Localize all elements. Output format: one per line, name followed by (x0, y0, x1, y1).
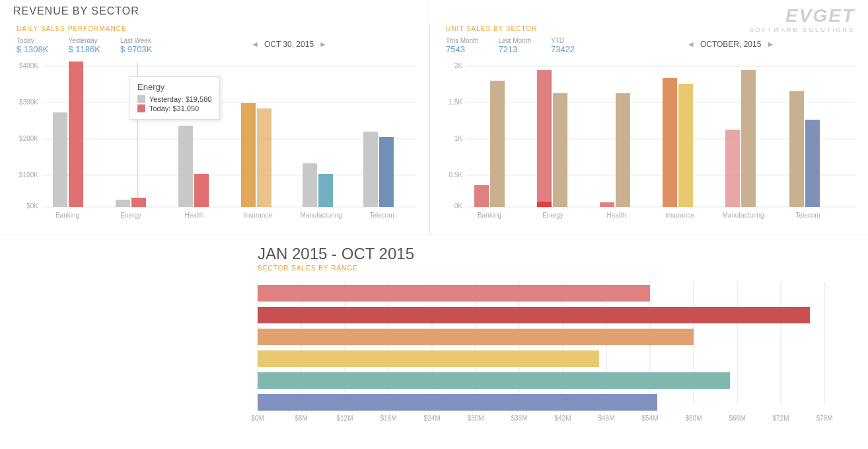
bar-telecom-today (379, 137, 394, 207)
left-date-text: OCT 30, 2015 (264, 40, 314, 49)
svg-text:Energy: Energy (542, 212, 563, 219)
right-bar-insurance-lastmonth (678, 84, 693, 207)
svg-text:$400K: $400K (19, 62, 38, 69)
left-date-prev[interactable]: ◄ (251, 40, 259, 49)
left-date-nav[interactable]: ◄ OCT 30, 2015 ► (251, 40, 327, 49)
bar-health-today (194, 174, 209, 207)
range-bar-6 (258, 394, 657, 411)
svg-text:$78M: $78M (816, 415, 832, 422)
svg-text:Insurance: Insurance (243, 212, 272, 219)
svg-text:$72M: $72M (772, 415, 789, 422)
section-divider (0, 235, 868, 235)
stat-yesterday-value: $ 1186K (68, 44, 100, 54)
tooltip-yesterday-swatch (137, 95, 145, 103)
right-bar-manufacturing-lastmonth (741, 70, 756, 207)
right-panel-subtitle: UNIT SALES BY SECTOR (446, 25, 537, 32)
stat-thismonth-label: This Month (446, 37, 478, 44)
right-bar-energy-thismonth (537, 70, 552, 207)
right-bar-energy-lastmonth (553, 93, 567, 207)
tooltip: Energy Yesterday: $19,580 Today: $31,050 (129, 76, 220, 120)
tooltip-today: Today: $31,050 (137, 104, 211, 112)
svg-text:$66M: $66M (729, 415, 745, 422)
bar-banking-today (69, 61, 83, 207)
tooltip-today-swatch (137, 104, 145, 112)
right-bar-chart: 2K 1.5K 1K 0.5K 0K (439, 56, 865, 222)
range-bar-5 (258, 372, 730, 389)
stat-lastmonth: Last Month 7213 (498, 37, 530, 54)
stat-lastweek-value: $ 9703K (120, 44, 152, 54)
svg-text:Telecom: Telecom (795, 212, 820, 219)
stat-lastweek: Last Week $ 9703K (120, 37, 152, 54)
stat-ytd-value: 73422 (551, 44, 575, 54)
right-bar-banking-lastmonth (490, 81, 505, 207)
stat-thismonth: This Month 7543 (446, 37, 478, 54)
range-area: JAN 2015 - OCT 2015 SECTOR SALES BY RANG… (244, 235, 868, 449)
svg-text:$0K: $0K (26, 202, 38, 210)
tooltip-title: Energy (137, 82, 211, 92)
stat-today-label: Today (17, 37, 48, 44)
stat-today-value: $ 1308K (17, 44, 48, 54)
range-bar-2 (258, 307, 810, 323)
left-panel: DAILY SALES PERFORMANCE Today $ 1308K Ye… (0, 0, 429, 235)
stat-yesterday: Yesterday $ 1186K (68, 37, 100, 54)
left-date-next[interactable]: ► (319, 40, 327, 49)
svg-text:Health: Health (185, 212, 204, 219)
svg-text:$300K: $300K (19, 99, 38, 106)
bar-insurance-yesterday (241, 103, 256, 207)
svg-text:$6M: $6M (295, 415, 307, 422)
svg-text:$200K: $200K (19, 135, 38, 142)
stat-lastweek-label: Last Week (120, 37, 152, 44)
tooltip-today-value: Today: $31,050 (149, 104, 199, 112)
stat-thismonth-value: 7543 (446, 44, 478, 54)
svg-text:Energy: Energy (120, 212, 141, 219)
range-bar-chart: $0M $6M $12M $18M $24M $30M $36M $42M $4… (258, 282, 852, 427)
svg-text:$60M: $60M (685, 415, 702, 422)
vertical-divider (429, 23, 430, 235)
svg-text:$0M: $0M (251, 415, 264, 422)
range-chart-title: JAN 2015 - OCT 2015 (258, 245, 855, 263)
range-bar-3 (258, 329, 694, 345)
right-bar-telecom-thismonth (789, 91, 804, 207)
svg-text:$24M: $24M (423, 415, 440, 422)
main-page: REVENUE BY SECTOR EVGET SOFTWARE SOLUTIO… (0, 0, 868, 449)
stat-yesterday-label: Yesterday (68, 37, 100, 44)
svg-text:Banking: Banking (478, 212, 501, 219)
range-bar-4 (258, 350, 599, 367)
right-bar-health-lastmonth (616, 93, 630, 207)
bar-banking-yesterday (53, 112, 67, 207)
svg-text:Health: Health (607, 212, 626, 219)
svg-text:$30M: $30M (467, 415, 484, 422)
stat-ytd-label: YTD (551, 37, 575, 44)
tooltip-yesterday-value: Yesterday: $19,580 (149, 95, 211, 103)
range-chart-subtitle: SECTOR SALES BY RANGE (258, 265, 855, 272)
svg-text:Manufacturing: Manufacturing (300, 212, 342, 219)
bottom-section: 21% 15% 15% 18% 14% 17% SECTOR SALESBY R… (0, 235, 868, 449)
right-date-nav[interactable]: ◄ OCTOBER, 2015 ► (687, 40, 774, 49)
right-bar-manufacturing-thismonth (725, 130, 740, 207)
right-panel: UNIT SALES BY SECTOR This Month 7543 Las… (429, 0, 868, 235)
svg-text:Banking: Banking (55, 212, 79, 219)
right-bar-health-thismonth (600, 202, 614, 207)
bar-health-yesterday (178, 126, 193, 207)
left-stats-row: Today $ 1308K Yesterday $ 1186K Last Wee… (17, 37, 152, 54)
bar-energy-yesterday (116, 200, 130, 207)
right-bar-insurance-thismonth (663, 78, 677, 207)
svg-text:2K: 2K (454, 62, 463, 69)
right-stats-row: This Month 7543 Last Month 7213 YTD 7342… (446, 37, 575, 54)
svg-text:Insurance: Insurance (665, 212, 694, 219)
svg-text:1K: 1K (454, 135, 463, 142)
right-date-prev[interactable]: ◄ (687, 40, 695, 49)
svg-text:$54M: $54M (641, 415, 658, 422)
right-date-next[interactable]: ► (766, 40, 774, 49)
svg-text:0.5K: 0.5K (449, 171, 462, 179)
svg-text:$12M: $12M (336, 415, 353, 422)
bar-manufacturing-today (318, 174, 333, 207)
svg-text:$100K: $100K (19, 171, 38, 179)
bar-manufacturing-yesterday (303, 163, 317, 207)
svg-text:0K: 0K (454, 202, 463, 210)
right-date-text: OCTOBER, 2015 (700, 40, 761, 49)
bar-telecom-yesterday (363, 132, 378, 207)
range-bar-1 (258, 285, 650, 302)
left-panel-subtitle: DAILY SALES PERFORMANCE (17, 25, 127, 32)
stat-lastmonth-value: 7213 (498, 44, 530, 54)
